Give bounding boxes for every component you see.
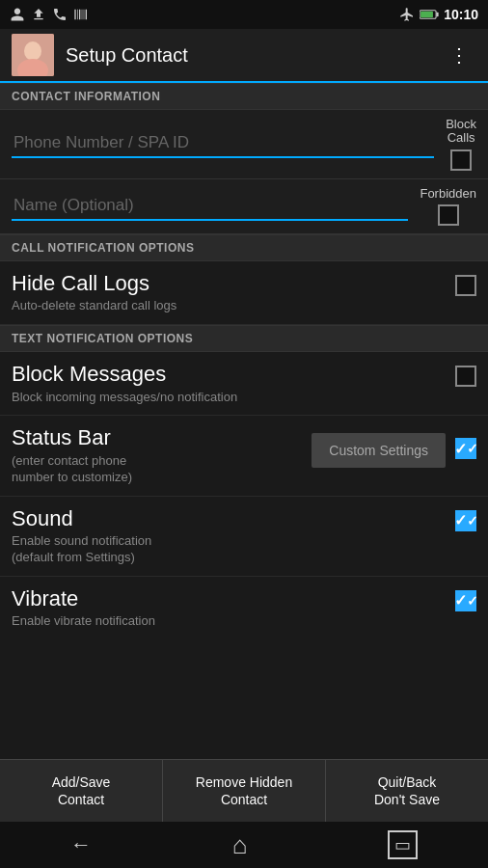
block-calls-label: BlockCalls [446,118,476,146]
vibrate-title: Vibrate [12,586,455,611]
status-icons-left [10,7,89,22]
phone-input-row: BlockCalls [0,110,488,179]
hide-call-logs-subtitle: Auto-delete standard call logs [12,298,455,314]
status-bar-title: Status Bar [12,425,312,450]
barcode-icon [73,7,89,22]
page-title: Setup Contact [66,44,442,67]
block-calls-group: BlockCalls [446,118,476,171]
section-text-notification: TEXT NOTIFICATION OPTIONS [0,325,488,352]
status-bar-checkbox[interactable]: ✓ [455,438,476,459]
block-messages-subtitle: Block incoming messages/no notification [12,390,455,406]
call-icon [52,7,68,22]
sound-title: Sound [12,506,455,531]
contact-info-section: BlockCalls Forbidden [0,110,488,234]
person-icon [10,7,25,22]
nav-bar: ← ⌂ ▭ [0,822,488,868]
status-bar-option-row: Status Bar (enter contact phonenumber to… [0,416,488,496]
phone-input[interactable] [12,129,434,158]
block-messages-title: Block Messages [12,362,455,387]
sound-checkbox[interactable]: ✓ [455,510,476,531]
forbidden-checkbox[interactable] [438,204,459,226]
home-nav-button[interactable]: ⌂ [232,830,248,860]
back-nav-button[interactable]: ← [70,832,92,857]
quit-back-button[interactable]: Quit/BackDon't Save [326,760,488,822]
remove-hidden-button[interactable]: Remove HiddenContact [163,760,326,822]
add-save-button[interactable]: Add/SaveContact [0,760,163,822]
recent-nav-button[interactable]: ▭ [388,830,418,859]
airplane-icon [399,7,415,22]
section-contact-info: CONTACT INFORMATION [0,83,488,110]
block-calls-checkbox[interactable] [450,149,472,171]
overflow-menu-icon[interactable]: ⋮ [442,36,476,74]
name-input-row: Forbidden [0,179,488,234]
vibrate-subtitle: Enable vibrate notification [12,613,455,630]
status-icons-right: 10:10 [399,7,478,22]
name-input[interactable] [12,192,408,221]
hide-call-logs-title: Hide Call Logs [12,271,455,296]
avatar [12,34,54,76]
hide-call-logs-checkbox[interactable] [455,275,476,296]
status-bar: 10:10 [0,0,488,29]
upload-icon [31,7,46,22]
title-bar: Setup Contact ⋮ [0,29,488,83]
vibrate-checkbox[interactable]: ✓ [455,590,476,611]
forbidden-group: Forbidden [420,187,476,226]
status-time: 10:10 [444,7,478,22]
section-call-notification: CALL NOTIFICATION OPTIONS [0,234,488,261]
custom-settings-button[interactable]: Custom Settings [312,433,446,468]
forbidden-label: Forbidden [420,187,476,201]
sound-row: Sound Enable sound notification(default … [0,497,488,577]
svg-point-4 [24,41,41,61]
block-messages-checkbox[interactable] [455,366,476,387]
block-messages-row: Block Messages Block incoming messages/n… [0,352,488,416]
sound-subtitle: Enable sound notification(default from S… [12,533,455,566]
svg-rect-1 [437,13,439,16]
svg-rect-2 [420,12,433,17]
battery-icon [420,8,439,21]
bottom-action-buttons: Add/SaveContact Remove HiddenContact Qui… [0,759,488,822]
status-bar-subtitle: (enter contact phonenumber to customize) [12,453,312,486]
vibrate-row: Vibrate Enable vibrate notification ✓ [0,577,488,639]
hide-call-logs-row: Hide Call Logs Auto-delete standard call… [0,261,488,325]
